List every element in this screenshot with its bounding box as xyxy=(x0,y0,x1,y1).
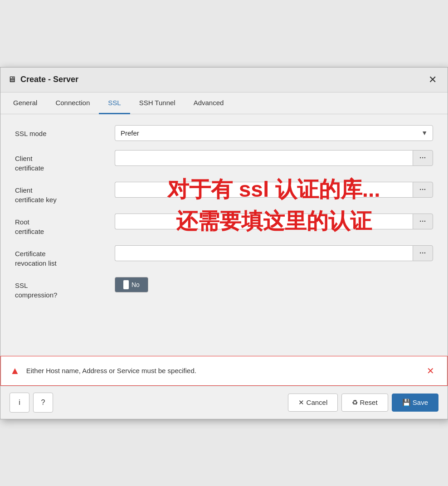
root-certificate-input[interactable] xyxy=(115,214,413,229)
content-spacer xyxy=(15,309,433,345)
root-certificate-row: Rootcertificate ··· 还需要填这里的认证 xyxy=(15,214,433,236)
tab-bar: General Connection SSL SSH Tunnel Advanc… xyxy=(0,92,448,114)
cancel-button[interactable]: ✕ Cancel xyxy=(288,394,338,412)
title-bar: 🖥 Create - Server ✕ xyxy=(0,68,448,92)
crl-browse-button[interactable]: ··· xyxy=(413,245,433,261)
client-certificate-control: ··· xyxy=(115,150,433,166)
client-certificate-browse-button[interactable]: ··· xyxy=(413,150,433,166)
footer-left-buttons: i ? xyxy=(10,393,53,413)
client-certificate-key-row: Clientcertificate key ··· 对于有 ssl 认证的库..… xyxy=(15,182,433,204)
tab-ssh-tunnel[interactable]: SSH Tunnel xyxy=(130,92,185,114)
ssl-mode-control: Allow Prefer Require Verify-CA Verify-Fu… xyxy=(115,125,433,141)
client-certificate-label: Clientcertificate xyxy=(15,150,115,173)
client-certificate-row: Clientcertificate ··· xyxy=(15,150,433,173)
ssl-compression-toggle-wrapper: No xyxy=(115,277,148,292)
client-certificate-key-control: ··· 对于有 ssl 认证的库... xyxy=(115,182,433,198)
root-certificate-input-group: ··· xyxy=(115,214,433,229)
client-certificate-key-input-group: ··· xyxy=(115,182,433,198)
help-button[interactable]: ? xyxy=(33,393,53,413)
ssl-compression-value: No xyxy=(131,281,140,288)
crl-input-group: ··· xyxy=(115,245,433,261)
tab-connection[interactable]: Connection xyxy=(46,92,99,114)
root-certificate-browse-button[interactable]: ··· xyxy=(413,214,433,229)
ssl-mode-label: SSL mode xyxy=(15,125,115,138)
title-bar-left: 🖥 Create - Server xyxy=(8,75,78,84)
server-icon: 🖥 xyxy=(8,75,16,84)
ssl-mode-select[interactable]: Allow Prefer Require Verify-CA Verify-Fu… xyxy=(115,125,433,141)
info-button[interactable]: i xyxy=(10,393,29,413)
ssl-compression-toggle[interactable]: No xyxy=(115,277,148,292)
client-certificate-key-browse-button[interactable]: ··· xyxy=(413,182,433,198)
root-certificate-control: ··· 还需要填这里的认证 xyxy=(115,214,433,229)
save-button[interactable]: 💾 Save xyxy=(392,394,438,412)
ssl-compression-label: SSLcompression? xyxy=(15,277,115,300)
crl-label: Certificaterevocation list xyxy=(15,245,115,268)
tab-general[interactable]: General xyxy=(4,92,46,114)
error-message: Either Host name, Address or Service mus… xyxy=(26,367,417,374)
footer-right-buttons: ✕ Cancel ♻ Reset 💾 Save xyxy=(288,394,438,412)
tab-advanced[interactable]: Advanced xyxy=(185,92,233,114)
close-button[interactable]: ✕ xyxy=(425,73,440,87)
create-server-dialog: 🖥 Create - Server ✕ General Connection S… xyxy=(0,67,448,419)
error-bar: ▲ Either Host name, Address or Service m… xyxy=(0,356,448,386)
error-close-button[interactable]: ✕ xyxy=(423,364,438,378)
crl-control: ··· xyxy=(115,245,433,261)
crl-input[interactable] xyxy=(115,245,413,261)
crl-row: Certificaterevocation list ··· xyxy=(15,245,433,268)
client-certificate-key-input[interactable] xyxy=(115,182,413,198)
toggle-indicator xyxy=(123,280,129,289)
warning-icon: ▲ xyxy=(10,365,20,377)
client-certificate-input-group: ··· xyxy=(115,150,433,166)
ssl-compression-row: SSLcompression? No xyxy=(15,277,433,300)
ssl-mode-row: SSL mode Allow Prefer Require Verify-CA … xyxy=(15,125,433,141)
ssl-compression-control: No xyxy=(115,277,433,292)
tab-ssl[interactable]: SSL xyxy=(99,92,130,114)
reset-button[interactable]: ♻ Reset xyxy=(341,394,388,412)
root-certificate-label: Rootcertificate xyxy=(15,214,115,236)
form-content: SSL mode Allow Prefer Require Verify-CA … xyxy=(0,114,448,356)
dialog-title: Create - Server xyxy=(20,75,78,84)
client-certificate-input[interactable] xyxy=(115,150,413,166)
client-certificate-key-label: Clientcertificate key xyxy=(15,182,115,204)
ssl-mode-select-wrapper: Allow Prefer Require Verify-CA Verify-Fu… xyxy=(115,125,433,141)
footer: i ? ✕ Cancel ♻ Reset 💾 Save xyxy=(0,386,448,419)
